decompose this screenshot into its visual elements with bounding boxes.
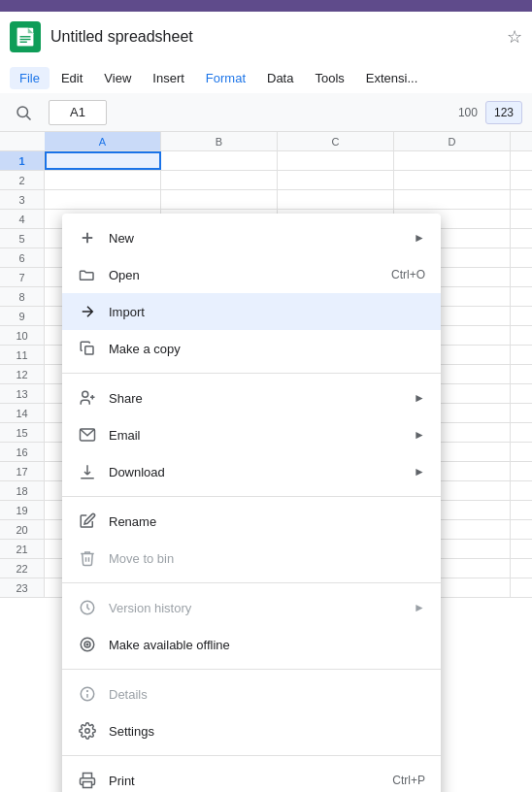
- app-header: Untitled spreadsheet ☆: [0, 12, 532, 62]
- svg-point-4: [17, 107, 28, 117]
- copy-icon: [78, 339, 97, 358]
- trash-icon: [78, 548, 97, 568]
- row-num-13[interactable]: 13: [0, 384, 45, 403]
- menu-details-label: Details: [109, 687, 425, 702]
- col-header-c[interactable]: C: [278, 132, 394, 150]
- svg-rect-21: [83, 782, 92, 788]
- row-num-20[interactable]: 20: [0, 520, 45, 539]
- menu-item-move-to-bin: Move to bin: [62, 540, 441, 577]
- svg-point-9: [83, 391, 88, 397]
- file-dropdown-menu: New ► Open Ctrl+O Import Make a copy: [62, 214, 441, 792]
- menu-item-tools[interactable]: Tools: [305, 67, 353, 89]
- row-num-18[interactable]: 18: [0, 481, 45, 500]
- arrow-icon: ►: [414, 601, 425, 614]
- cell-ref-value: A1: [70, 105, 85, 119]
- menu-download-label: Download: [109, 465, 402, 479]
- star-icon[interactable]: ☆: [507, 26, 522, 48]
- menu-share-label: Share: [109, 391, 402, 406]
- arrow-icon: ►: [414, 465, 425, 478]
- zoom-level: 100: [458, 106, 478, 119]
- menu-email-label: Email: [109, 428, 402, 443]
- row-num-12[interactable]: 12: [0, 365, 45, 383]
- menu-item-share[interactable]: Share ►: [62, 380, 441, 416]
- row-num-4[interactable]: 4: [0, 210, 45, 228]
- row-num-3[interactable]: 3: [0, 190, 45, 209]
- plus-icon: [78, 228, 97, 248]
- info-icon: [78, 684, 97, 704]
- menu-item-format[interactable]: Format: [196, 67, 255, 89]
- toolbar-row: A1 100 123: [0, 93, 532, 132]
- arrow-icon: ►: [414, 391, 425, 405]
- row-num-8[interactable]: 8: [0, 287, 45, 306]
- svg-rect-2: [20, 39, 31, 40]
- menu-new-label: New: [109, 231, 402, 246]
- menu-item-extensions[interactable]: Extensi...: [356, 67, 427, 89]
- menu-item-rename[interactable]: Rename: [62, 503, 441, 540]
- col-header-d[interactable]: D: [394, 132, 511, 150]
- divider-5: [62, 755, 441, 756]
- row-num-23[interactable]: 23: [0, 578, 45, 597]
- row-num-9[interactable]: 9: [0, 307, 45, 325]
- svg-rect-1: [20, 36, 31, 37]
- cell-a1[interactable]: [45, 151, 161, 170]
- menu-item-file[interactable]: File: [10, 67, 50, 89]
- menu-item-insert[interactable]: Insert: [143, 67, 194, 89]
- print-shortcut: Ctrl+P: [392, 774, 425, 787]
- row-num-16[interactable]: 16: [0, 443, 45, 461]
- row-num-22[interactable]: 22: [0, 559, 45, 578]
- row-num-17[interactable]: 17: [0, 462, 45, 480]
- cell-c1[interactable]: [278, 151, 394, 170]
- printer-icon: [78, 771, 97, 790]
- svg-rect-3: [20, 42, 27, 43]
- menu-item-version-history[interactable]: Version history ►: [62, 589, 441, 626]
- menu-item-make-available-offline[interactable]: Make available offline: [62, 626, 441, 663]
- menu-item-download[interactable]: Download ►: [62, 453, 441, 490]
- arrow-icon: ►: [414, 231, 425, 245]
- app-title: Untitled spreadsheet: [50, 28, 497, 46]
- row-num-10[interactable]: 10: [0, 326, 45, 345]
- menu-item-open[interactable]: Open Ctrl+O: [62, 256, 441, 293]
- menu-print-label: Print: [109, 774, 381, 788]
- row-num-14[interactable]: 14: [0, 404, 45, 422]
- menu-item-print[interactable]: Print Ctrl+P: [62, 762, 441, 792]
- chrome-bar: [0, 0, 532, 12]
- row-num-2[interactable]: 2: [0, 171, 45, 189]
- menu-item-make-copy[interactable]: Make a copy: [62, 330, 441, 367]
- divider-4: [62, 669, 441, 670]
- number-format-button[interactable]: 123: [485, 101, 522, 124]
- col-header-b[interactable]: B: [161, 132, 278, 150]
- menu-import-label: Import: [109, 305, 425, 319]
- row-num-5[interactable]: 5: [0, 229, 45, 248]
- menu-item-email[interactable]: Email ►: [62, 416, 441, 453]
- row-num-7[interactable]: 7: [0, 268, 45, 286]
- row-num-15[interactable]: 15: [0, 423, 45, 442]
- row-num-19[interactable]: 19: [0, 501, 45, 519]
- menu-item-view[interactable]: View: [94, 67, 141, 89]
- menu-item-settings[interactable]: Settings: [62, 712, 441, 749]
- column-header-row: A B C D: [0, 132, 532, 151]
- row-num-11[interactable]: 11: [0, 346, 45, 364]
- menu-item-new[interactable]: New ►: [62, 219, 441, 256]
- arrow-icon: ►: [414, 428, 425, 442]
- search-icon[interactable]: [10, 99, 37, 126]
- svg-rect-8: [85, 346, 93, 354]
- menu-offline-label: Make available offline: [109, 638, 425, 652]
- row-num-21[interactable]: 21: [0, 540, 45, 558]
- menu-item-data[interactable]: Data: [257, 67, 303, 89]
- row-num-1[interactable]: 1: [0, 151, 45, 170]
- row-num-6[interactable]: 6: [0, 248, 45, 267]
- table-row: 3: [0, 190, 532, 210]
- col-header-a[interactable]: A: [45, 132, 161, 150]
- divider-2: [62, 496, 441, 497]
- menu-settings-label: Settings: [109, 724, 425, 739]
- cell-d1[interactable]: [394, 151, 511, 170]
- menu-item-edit[interactable]: Edit: [51, 67, 92, 89]
- offline-icon: [78, 635, 97, 654]
- sheets-logo: [10, 21, 41, 52]
- cell-reference-box[interactable]: A1: [49, 100, 107, 125]
- menu-item-import[interactable]: Import: [62, 293, 441, 330]
- email-icon: [78, 425, 97, 445]
- svg-point-20: [85, 729, 90, 734]
- menu-open-label: Open: [109, 268, 380, 282]
- cell-b1[interactable]: [161, 151, 278, 170]
